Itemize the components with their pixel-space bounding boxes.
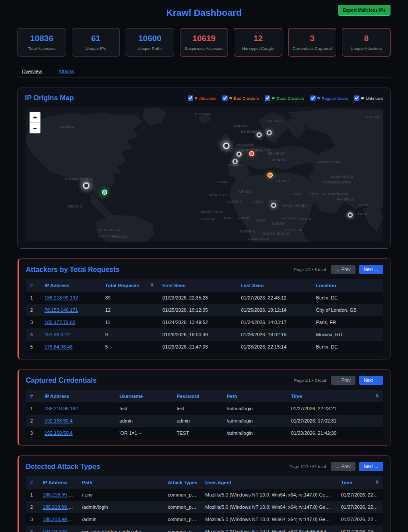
- cell-user-agent: Mozilla/5.0 (Windows NT 10.0; Win64; x64…: [201, 525, 337, 532]
- attack-types-pager: Page 1/17 • 81 total ← Prev Next →: [289, 462, 383, 471]
- map-marker-unknown[interactable]: [267, 130, 272, 135]
- ip-link[interactable]: 188.218.99.192: [43, 492, 76, 497]
- map-marker-unknown[interactable]: [232, 159, 238, 164]
- legend-checkbox-unknown[interactable]: [354, 95, 359, 101]
- cell-time: 01/27/2026, 19:38:59: [337, 525, 383, 532]
- map-zoom-in-button[interactable]: +: [30, 112, 40, 123]
- stat-card-unique-paths: 10600 Unique Paths: [126, 28, 174, 56]
- legend-checkbox-bad-crawlers[interactable]: [222, 95, 228, 101]
- cell-first-seen: 01/24/2026, 13:49:52: [158, 316, 237, 328]
- map-country-label: UZBEKISTAN: [331, 175, 353, 179]
- col-total-requests[interactable]: Total Requests⇅: [101, 279, 158, 292]
- cell-last-seen: 01/26/2026, 18:02:19: [236, 328, 311, 341]
- ip-link[interactable]: 185.177.72.60: [45, 320, 75, 325]
- ip-link[interactable]: 188.218.99.192: [45, 295, 78, 300]
- ip-link[interactable]: 192.168.50.4: [45, 418, 73, 423]
- table-row: 3 188.218.99.192 /admin common_probes Mo…: [26, 513, 383, 525]
- cell-ip: 188.218.99.192: [40, 402, 115, 415]
- legend-item-bad-crawlers[interactable]: Bad Crawlers: [222, 95, 259, 101]
- sort-icon[interactable]: ⇅: [150, 283, 154, 287]
- cell-first-seen: 01/23/2026, 21:47:03: [158, 341, 237, 353]
- table-row: 4 151.36.0.12 9 01/26/2026, 18:00:49 01/…: [26, 328, 383, 341]
- stat-value: 10600: [128, 34, 172, 43]
- ip-link[interactable]: 176.84.96.48: [45, 344, 73, 349]
- cell-total-requests: 12: [101, 304, 158, 316]
- export-malicious-ips-button[interactable]: Export Malicious IPs: [338, 5, 390, 16]
- cell-last-seen: 01/27/2026, 22:48:12: [236, 292, 311, 304]
- cell-time: 01/27/2026, 22:23:21: [337, 501, 383, 513]
- map-zoom-out-button[interactable]: −: [30, 123, 40, 133]
- col-index: #: [26, 390, 40, 402]
- cell-ip: 188.218.99.192: [39, 489, 78, 501]
- legend-checkbox-regular-users[interactable]: [310, 95, 316, 101]
- map-country-label: TURKMENISTAN: [323, 180, 351, 184]
- stat-card-honeypot-caught: 12 Honeypot Caught: [234, 28, 282, 56]
- page-info: Page 1/2 • 8 total: [294, 267, 326, 272]
- col-time[interactable]: Time⇅: [287, 390, 383, 402]
- attackers-table: # IP Address Total Requests⇅ First Seen …: [26, 279, 383, 353]
- sort-icon[interactable]: ⇅: [375, 480, 379, 484]
- tab-attacks[interactable]: Attacks: [59, 69, 74, 74]
- cell-username: test: [115, 402, 172, 415]
- table-row: 3 192.168.50.4 'OR 1=1 -- TEST /admin/lo…: [26, 427, 383, 439]
- ip-link[interactable]: 188.218.99.192: [43, 504, 76, 510]
- prev-page-button[interactable]: ← Prev: [331, 265, 355, 274]
- col-ip-address: IP Address: [40, 390, 115, 402]
- col-time[interactable]: Time⇅: [337, 476, 383, 489]
- world-map-land: [26, 108, 383, 242]
- prev-page-button[interactable]: ← Prev: [331, 462, 355, 471]
- ip-link[interactable]: 78.153.140.171: [45, 307, 78, 313]
- next-page-button[interactable]: Next →: [359, 376, 383, 385]
- legend-item-regular-users[interactable]: Regular Users: [310, 95, 348, 101]
- cell-ip: 151.36.0.12: [40, 328, 101, 341]
- ip-link[interactable]: 188.218.99.192: [43, 517, 76, 522]
- ip-link[interactable]: 104.23.223.128: [43, 529, 76, 532]
- sort-icon[interactable]: ⇅: [375, 394, 379, 398]
- next-page-button[interactable]: Next →: [359, 462, 383, 471]
- stat-value: 61: [74, 34, 118, 43]
- next-page-button[interactable]: Next →: [359, 265, 383, 274]
- tab-bar: Overview Attacks: [18, 69, 390, 78]
- ip-link[interactable]: 188.218.99.192: [45, 406, 78, 411]
- legend-item-good-crawlers[interactable]: Good Crawlers: [265, 95, 304, 101]
- legend-label: Regular Users: [322, 96, 348, 101]
- prev-page-button[interactable]: ← Prev: [331, 376, 355, 385]
- ip-link[interactable]: 151.36.0.12: [45, 332, 70, 337]
- legend-checkbox-attackers[interactable]: [188, 95, 193, 101]
- legend-item-unknown[interactable]: Unknown: [354, 95, 383, 101]
- table-row: 5 176.84.96.48 5 01/23/2026, 21:47:03 01…: [26, 341, 383, 353]
- cell-location: Москва, RU: [312, 328, 383, 341]
- map-marker-unknown[interactable]: [257, 132, 262, 137]
- legend-label: Attackers: [199, 96, 217, 101]
- map-marker-unknown-large[interactable]: [223, 143, 229, 149]
- stat-card-unique-ips: 61 Unique IPs: [72, 28, 120, 56]
- map-marker-unknown[interactable]: [348, 212, 353, 218]
- map-country-label: VENEZUELA: [99, 228, 120, 232]
- map-country-label: EGYPT: [269, 199, 281, 203]
- stat-value: 10619: [182, 34, 226, 43]
- stat-label: Honeypot Caught: [236, 46, 280, 51]
- cell-time: 01/23/2026, 21:42:39: [287, 427, 383, 439]
- cell-index: 3: [26, 316, 40, 328]
- legend-item-attackers[interactable]: Attackers: [188, 95, 217, 101]
- table-row: 2 192.168.50.4 admin admin /admin/login …: [26, 415, 383, 427]
- attack-types-panel: Detected Attack Types Page 1/17 • 81 tot…: [18, 455, 390, 532]
- cell-total-requests: 39: [101, 292, 158, 304]
- cell-index: 4: [26, 328, 40, 341]
- map-country-label: ICELAND: [195, 112, 211, 116]
- ip-link[interactable]: 192.168.50.4: [45, 430, 73, 436]
- stat-label: Credentials Captured: [290, 46, 334, 51]
- map-marker-unknown[interactable]: [271, 203, 276, 208]
- cell-path: /admin/login: [77, 501, 163, 513]
- map-marker-attacker[interactable]: [249, 151, 254, 156]
- map-marker-bad-crawler[interactable]: [267, 173, 273, 178]
- map-marker-unknown-large[interactable]: [83, 182, 89, 189]
- cell-ip: 104.23.223.128: [39, 525, 78, 532]
- map-marker-good-crawler[interactable]: [102, 190, 107, 195]
- world-map[interactable]: ICELANDRUSSIACANADANORWAYSWEDENFINLANDUN…: [25, 107, 383, 242]
- cell-last-seen: 01/24/2026, 14:03:17: [236, 316, 311, 328]
- tab-overview[interactable]: Overview: [22, 69, 42, 74]
- legend-checkbox-good-crawlers[interactable]: [265, 95, 270, 101]
- map-marker-unknown[interactable]: [236, 151, 242, 157]
- cell-index: 1: [26, 489, 39, 501]
